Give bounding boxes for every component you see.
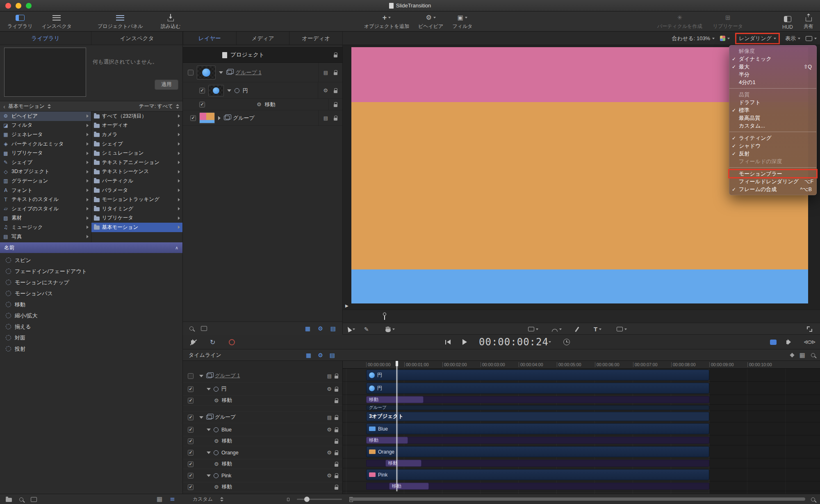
audio-button[interactable]: [786, 335, 788, 349]
layer-name[interactable]: 移動: [222, 483, 232, 490]
add-object-toolbar-button[interactable]: + オブジェクトを追加: [364, 11, 409, 32]
timeline-tracks[interactable]: 円円移動グループ3オブジェクトBlue移動Orange移動Pink移動: [343, 369, 820, 494]
theme-filter-popup[interactable]: テーマ: すべて: [139, 103, 173, 110]
zoom-tool-icon[interactable]: [811, 497, 815, 502]
channels-dropdown[interactable]: [720, 36, 730, 41]
timecode-display[interactable]: 00:00:00:24: [479, 335, 549, 349]
behavior-bar[interactable]: 移動: [385, 460, 421, 467]
left-panel-tab[interactable]: ライブラリ: [0, 32, 91, 45]
timeline-track-row[interactable]: Pink: [343, 468, 820, 481]
timeline-track-row[interactable]: 移動: [343, 436, 820, 445]
make-particles-toolbar-button[interactable]: ✳ パーティクルを作成: [657, 11, 702, 32]
category-row[interactable]: ◪ フィルタ: [0, 121, 91, 130]
show-filters-icon[interactable]: ▤: [330, 325, 336, 332]
paint-stroke-tool-button[interactable]: [576, 323, 578, 335]
show-filters-icon[interactable]: ▤: [330, 352, 335, 358]
layer-row-group1[interactable]: グループ 1 ▤: [183, 63, 342, 82]
library-folder-row[interactable]: テキストシーケンス: [91, 167, 183, 177]
timeline-track-row[interactable]: Blue: [343, 422, 820, 436]
library-category-popup[interactable]: 基本モーション: [8, 103, 45, 110]
disclosure-triangle[interactable]: [199, 416, 203, 419]
lock-icon[interactable]: [334, 104, 337, 107]
category-row[interactable]: ▤ 写真: [0, 232, 91, 242]
disclosure-triangle[interactable]: [218, 116, 221, 120]
rectangle-tool-button[interactable]: [528, 323, 538, 335]
pan-tool-button[interactable]: [385, 323, 395, 335]
behavior-name[interactable]: 移動: [265, 101, 276, 108]
lock-icon[interactable]: [335, 389, 338, 392]
visibility-checkbox[interactable]: [199, 102, 205, 107]
layer-row-circle[interactable]: 円 ⚙: [183, 82, 342, 99]
playhead-pin-icon[interactable]: [383, 312, 386, 316]
visibility-checkbox[interactable]: [190, 115, 196, 121]
layer-name[interactable]: 移動: [222, 397, 232, 404]
lock-icon[interactable]: [334, 118, 337, 121]
disclosure-triangle[interactable]: [207, 429, 211, 431]
window-layout-dropdown[interactable]: [806, 36, 817, 41]
disclosure-triangle[interactable]: [207, 388, 211, 390]
behavior-item[interactable]: 縮小/拡大: [0, 310, 182, 321]
category-row[interactable]: A フォント: [0, 186, 91, 195]
layer-name[interactable]: 移動: [222, 461, 232, 468]
filter-view-icon[interactable]: [201, 326, 207, 331]
layer-name[interactable]: グループ 1: [235, 69, 262, 76]
render-menu-item[interactable]: 最高品質: [729, 114, 817, 122]
disclosure-triangle[interactable]: [199, 375, 203, 377]
layer-name[interactable]: Orange: [221, 450, 239, 456]
render-menu-item[interactable]: 標準: [729, 106, 817, 114]
behavior-item[interactable]: 投射: [0, 343, 182, 354]
timeline-layer-row[interactable]: ⚙移動: [183, 436, 342, 446]
behavior-item[interactable]: スピン: [0, 255, 182, 266]
render-menu-item[interactable]: フレームの合成 ^⌥B: [729, 185, 817, 193]
behavior-item[interactable]: 対面: [0, 332, 182, 343]
mask-tool-button[interactable]: [617, 323, 627, 335]
zoom-window-button[interactable]: [26, 3, 32, 9]
name-column-header[interactable]: 名前 ∧: [0, 242, 182, 253]
show-behaviors-icon[interactable]: ⚙: [318, 352, 323, 358]
render-menu-item[interactable]: 最大 ⇧Q: [729, 63, 817, 71]
lock-icon[interactable]: [335, 417, 338, 420]
lock-icon[interactable]: [335, 487, 338, 490]
category-row[interactable]: ▩ リプリケータ: [0, 148, 91, 158]
layer-name[interactable]: Pink: [221, 473, 231, 479]
behavior-bar[interactable]: 移動: [366, 396, 424, 403]
replicator-toolbar-button[interactable]: ⊞ リプリケータ: [713, 11, 743, 32]
timeline-track-row[interactable]: 3オブジェクト: [343, 411, 820, 422]
timeline-layer-row[interactable]: ⚙移動: [183, 482, 342, 492]
horizontal-scrollbar[interactable]: [349, 497, 805, 501]
layer-name[interactable]: 円: [243, 87, 248, 94]
filters-toolbar-button[interactable]: ▣ フィルタ: [452, 11, 472, 32]
layer-name[interactable]: グループ: [233, 114, 255, 122]
fast-forward-button[interactable]: ≪≫: [804, 335, 815, 349]
lock-icon[interactable]: [334, 90, 337, 93]
library-folder-row[interactable]: カメラ: [91, 130, 183, 139]
go-to-start-button[interactable]: [445, 335, 451, 349]
category-row[interactable]: ◇ 3Dオブジェクト: [0, 167, 91, 177]
timeline-layer-row[interactable]: [183, 406, 342, 412]
track-bar[interactable]: 円: [366, 369, 709, 381]
library-toolbar-button[interactable]: ライブラリ: [7, 11, 32, 32]
layers-panel-tab[interactable]: レイヤー: [183, 32, 237, 45]
track-bar[interactable]: 円: [366, 383, 709, 394]
render-menu-item[interactable]: 反射: [729, 150, 817, 157]
timeline-layer-row[interactable]: 円⚙: [183, 383, 342, 396]
disclosure-triangle[interactable]: [219, 71, 223, 74]
lock-icon[interactable]: [334, 72, 337, 75]
track-bar[interactable]: 3オブジェクト: [366, 412, 709, 421]
visibility-checkbox[interactable]: [188, 398, 194, 404]
timeline-display-popup[interactable]: カスタム: [193, 494, 223, 504]
behavior-item[interactable]: モーションにスナップ: [0, 277, 182, 288]
render-menu-item[interactable]: ドラフト: [729, 98, 817, 106]
preview-toggle-icon[interactable]: [31, 497, 37, 502]
layers-panel-tab[interactable]: メディア: [237, 32, 290, 45]
zoom-out-icon[interactable]: [287, 498, 289, 501]
save-frame-button[interactable]: [770, 335, 777, 349]
text-tool-button[interactable]: T: [594, 323, 601, 335]
timeline-layer-row[interactable]: ⚙移動: [183, 459, 342, 469]
layers-panel-tab[interactable]: オーディオ: [289, 32, 343, 45]
search-icon[interactable]: [189, 326, 194, 331]
timecode-dropdown[interactable]: [549, 335, 551, 349]
category-row[interactable]: ✎ シェイプ: [0, 158, 91, 167]
lock-icon[interactable]: [335, 452, 338, 455]
visibility-checkbox[interactable]: [188, 415, 194, 420]
